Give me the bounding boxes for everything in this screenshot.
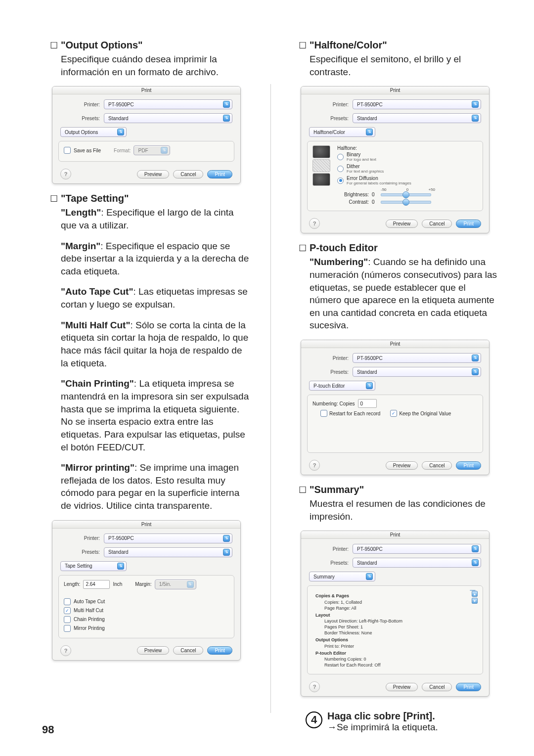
keep-original-value-checkbox[interactable]: ✓ — [390, 410, 397, 417]
cancel-button[interactable]: Cancel — [422, 683, 452, 691]
print-dialog-summary: Print Printer: PT-9500PC ⇅ Presets: Stan… — [301, 531, 490, 697]
format-select[interactable]: PDF ⇅ — [134, 145, 170, 155]
length-input[interactable]: 2.64 — [83, 580, 110, 589]
preview-button[interactable]: Preview — [137, 646, 170, 655]
help-icon[interactable]: ? — [60, 645, 71, 656]
tab-select-tape-setting[interactable]: Tape Setting ⇅ — [60, 561, 127, 571]
printer-select[interactable]: PT-9500PC ⇅ — [353, 99, 481, 109]
save-as-file-label: Save as File — [74, 148, 101, 153]
bullet-icon: ☐ — [50, 41, 58, 50]
print-button[interactable]: Print — [207, 646, 232, 655]
scroll-down-icon[interactable]: ▾ — [472, 598, 478, 604]
preview-button[interactable]: Preview — [137, 170, 170, 178]
cancel-button[interactable]: Cancel — [422, 461, 452, 470]
tab-select-ptouch[interactable]: P-touch Editor ⇅ — [309, 381, 375, 391]
format-value: PDF — [138, 148, 148, 153]
ptouch-desc: "Numbering": Cuando se ha definido una n… — [291, 256, 499, 332]
dropdown-arrows-icon: ⇅ — [223, 101, 230, 108]
printer-select[interactable]: PT-9500PC ⇅ — [104, 99, 232, 109]
brightness-value: 0 — [372, 192, 375, 197]
column-separator — [270, 84, 271, 713]
right-column: ☐ "Halftone/Color" Especifique el semito… — [291, 35, 499, 733]
auto-tape-cut-checkbox[interactable] — [64, 598, 71, 605]
dropdown-arrows-icon: ⇅ — [223, 115, 230, 122]
preview-thumb-icon — [312, 145, 330, 158]
dropdown-arrows-icon: ⇅ — [472, 355, 479, 361]
brightness-slider[interactable] — [381, 193, 431, 196]
section-title-summary: "Summary" — [310, 484, 364, 495]
preview-button[interactable]: Preview — [386, 461, 418, 470]
print-dialog-output-options: Print Printer: PT-9500PC ⇅ Presets: Stan… — [52, 86, 241, 184]
presets-select[interactable]: Standard ⇅ — [353, 113, 481, 123]
tab-select-halftone[interactable]: Halftone/Color ⇅ — [309, 127, 375, 137]
presets-select[interactable]: Standard ⇅ — [104, 547, 232, 557]
brightness-label: Brightness: — [337, 192, 369, 197]
help-icon[interactable]: ? — [60, 169, 71, 179]
print-button[interactable]: Print — [456, 683, 481, 691]
contrast-slider[interactable] — [381, 201, 431, 204]
dialog-title: Print — [52, 87, 240, 94]
numbering-copies-label: Numbering: Copies — [312, 401, 355, 406]
cancel-button[interactable]: Cancel — [173, 170, 203, 178]
cancel-button[interactable]: Cancel — [422, 220, 452, 228]
dropdown-arrows-icon: ⇅ — [472, 368, 479, 375]
print-dialog-halftone: Print Printer: PT-9500PC ⇅ Presets: Stan… — [301, 86, 490, 233]
dropdown-arrows-icon: ⇅ — [223, 549, 230, 556]
printer-select[interactable]: PT-9500PC ⇅ — [104, 534, 232, 543]
help-icon[interactable]: ? — [309, 460, 320, 471]
error-diffusion-radio[interactable] — [337, 178, 344, 184]
dropdown-arrows-icon: ⇅ — [472, 101, 479, 108]
presets-value: Standard — [108, 116, 129, 121]
presets-select[interactable]: Standard ⇅ — [353, 558, 481, 568]
print-dialog-tape-setting: Print Printer: PT-9500PC ⇅ Presets: Stan… — [52, 520, 241, 661]
manual-page: ☐ "Output Options" Especifique cuándo de… — [0, 0, 534, 756]
dropdown-arrows-icon: ⇅ — [161, 147, 168, 154]
tab-select-summary[interactable]: Summary ⇅ — [309, 572, 375, 581]
scroll-up-icon[interactable]: ▴ — [472, 591, 478, 597]
tape-length-desc: "Length": Especifique el largo de la cin… — [42, 206, 251, 231]
bullet-icon: ☐ — [299, 486, 307, 494]
presets-select[interactable]: Standard ⇅ — [104, 113, 232, 123]
dropdown-arrows-icon: ⇅ — [472, 545, 479, 552]
step-number-icon: 4 — [306, 712, 322, 728]
print-button[interactable]: Print — [456, 220, 481, 228]
step-4: 4 Haga clic sobre [Print]. →Se imprimirá… — [291, 711, 499, 733]
contrast-label: Contrast: — [337, 199, 369, 205]
dither-radio[interactable] — [337, 166, 344, 172]
bullet-icon: ☐ — [50, 194, 58, 203]
summary-desc: Muestra el resumen de las condiciones de… — [291, 497, 499, 523]
printer-value: PT-9500PC — [108, 102, 134, 107]
presets-select[interactable]: Standard ⇅ — [353, 367, 481, 377]
preview-thumb-icon — [312, 159, 330, 172]
mirror-printing-checkbox[interactable] — [64, 625, 71, 632]
presets-label: Presets: — [309, 116, 353, 121]
step-sub: →Se imprimirá la etiqueta. — [327, 722, 438, 733]
tab-select-output-options[interactable]: Output Options ⇅ — [60, 127, 127, 137]
section-title-output-options: "Output Options" — [61, 40, 143, 51]
help-icon[interactable]: ? — [309, 681, 320, 692]
printer-label: Printer: — [309, 356, 353, 361]
restart-each-record-checkbox[interactable] — [320, 410, 327, 417]
print-button[interactable]: Print — [456, 461, 481, 470]
preview-button[interactable]: Preview — [386, 220, 418, 228]
output-options-desc: Especifique cuándo desea imprimir la inf… — [42, 53, 251, 78]
numbering-copies-input[interactable]: 0 — [358, 399, 377, 408]
printer-select[interactable]: PT-9500PC ⇅ — [353, 353, 481, 363]
contrast-value: 0 — [372, 199, 375, 205]
save-as-file-checkbox[interactable] — [64, 147, 71, 154]
cancel-button[interactable]: Cancel — [173, 646, 203, 655]
help-icon[interactable]: ? — [309, 218, 320, 229]
margin-select[interactable]: 1/5in. ⇅ — [155, 579, 196, 589]
chain-printing-checkbox[interactable] — [64, 616, 71, 623]
preview-button[interactable]: Preview — [386, 683, 418, 691]
dropdown-arrows-icon: ⇅ — [117, 563, 124, 570]
print-button[interactable]: Print — [207, 170, 232, 178]
dropdown-arrows-icon: ⇅ — [366, 382, 373, 389]
printer-label: Printer: — [309, 546, 353, 552]
summary-list: Copies & Pages Copies: 1, Collated Page … — [312, 590, 468, 670]
binary-radio[interactable] — [337, 154, 344, 160]
multi-half-cut-checkbox[interactable]: ✓ — [64, 607, 71, 614]
tape-mirror-desc: "Mirror printing": Se imprime una imagen… — [42, 461, 251, 512]
dropdown-arrows-icon: ⇅ — [472, 559, 479, 566]
printer-select[interactable]: PT-9500PC ⇅ — [353, 544, 481, 554]
